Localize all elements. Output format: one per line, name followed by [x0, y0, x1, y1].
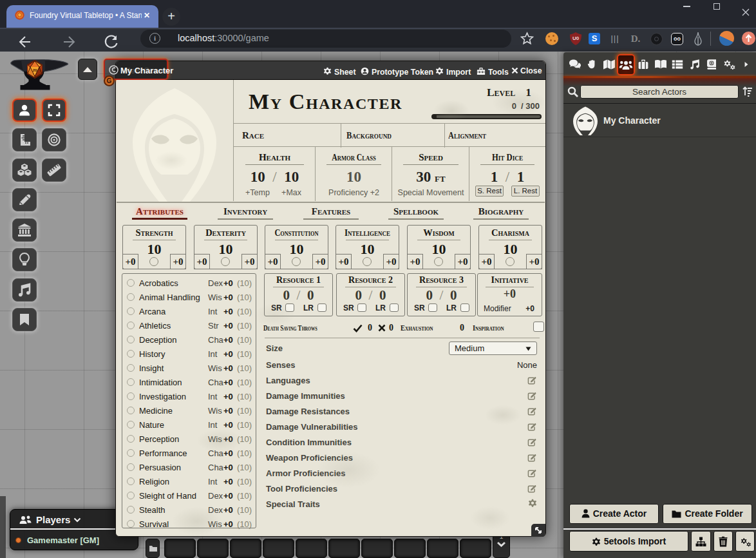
svg-text:U0: U0: [572, 35, 580, 41]
svg-text:20: 20: [33, 68, 37, 72]
